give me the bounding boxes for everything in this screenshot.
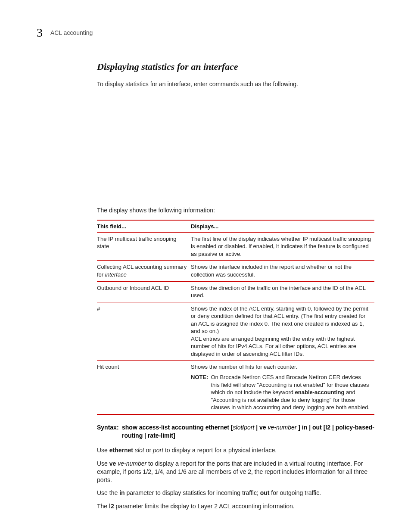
intro-paragraph: To display statistics for an interface, … [97,80,374,88]
paragraph: Use the in parameter to display statisti… [97,489,374,497]
field-cell: Collecting ACL accounting summary for in… [97,261,191,281]
note-label: NOTE: [191,373,208,411]
col-header-field: This field... [97,220,191,233]
col-header-displays: Displays... [191,220,374,233]
page-header: 3 ACL accounting [37,26,374,40]
content-body: Displaying statistics for an interface T… [97,61,374,510]
displays-cell: The first line of the display indicates … [191,232,374,261]
syntax-body: show access-list accounting ethernet [sl… [122,423,374,440]
table-row: Collecting ACL accounting summary for in… [97,261,374,281]
displays-cell: Shows the interface included in the repo… [191,261,374,281]
paragraph: The l2 parameter limits the display to L… [97,502,374,510]
page: 3 ACL accounting Displaying statistics f… [0,0,411,532]
header-title: ACL accounting [50,29,93,36]
code-block-placeholder [97,93,374,201]
displays-cell: Shows the index of the ACL entry, starti… [191,302,374,361]
after-block-paragraph: The display shows the following informat… [97,206,374,215]
displays-cell: Shows the direction of the traffic on th… [191,281,374,302]
note-text: On Brocade NetIron CES and Brocade NetIr… [211,373,371,411]
table-row: Outbound or Inbound ACL ID Shows the dir… [97,281,374,302]
syntax-line: Syntax: show access-list accounting ethe… [97,423,374,440]
field-cell: The IP multicast traffic snooping state [97,232,191,261]
note-block: NOTE: On Brocade NetIron CES and Brocade… [191,373,371,411]
field-cell: Outbound or Inbound ACL ID [97,281,191,302]
field-cell: Hit count [97,361,191,414]
table-row: # Shows the index of the ACL entry, star… [97,302,374,361]
paragraph: Use ve ve-number to display a report for… [97,460,374,484]
syntax-label: Syntax: [97,423,122,440]
info-table: This field... Displays... The IP multica… [97,220,374,415]
paragraph: Use ethernet slot or port to display a r… [97,446,374,454]
section-title: Displaying statistics for an interface [97,61,374,72]
table-header-row: This field... Displays... [97,220,374,233]
table-row: The IP multicast traffic snooping state … [97,232,374,261]
table-row: Hit count Shows the number of hits for e… [97,361,374,414]
chapter-number: 3 [37,26,43,40]
field-cell: # [97,302,191,361]
displays-cell: Shows the number of hits for each counte… [191,361,374,414]
